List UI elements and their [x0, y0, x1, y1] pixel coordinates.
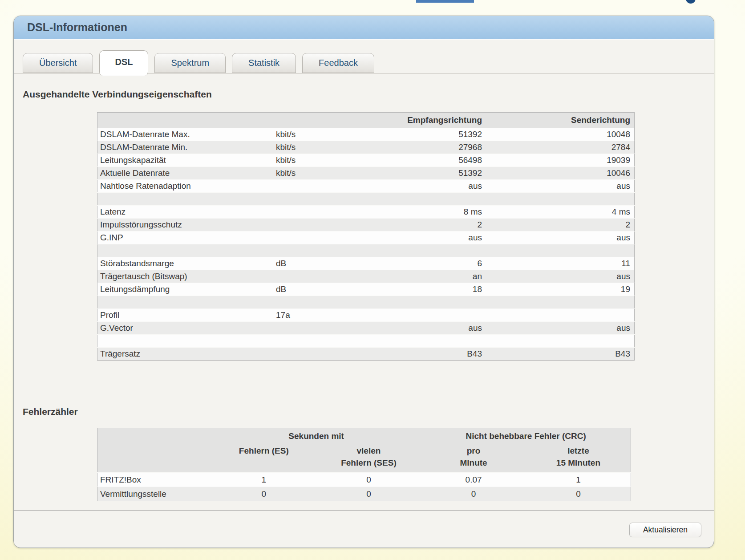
row-tx-value: 10048: [482, 128, 635, 141]
connection-table-header-row: Empfangsrichtung Senderichtung: [97, 113, 635, 128]
tab-uebersicht[interactable]: Übersicht: [23, 53, 93, 73]
row-unit: [276, 322, 356, 335]
connection-row: Aktuelle Datenratekbit/s5139210046: [97, 167, 635, 180]
connection-row: Trägertausch (Bitswap)anaus: [97, 270, 635, 283]
row-tx-value: aus: [482, 322, 635, 335]
top-cropped-help-icon[interactable]: [686, 0, 696, 4]
row-tx-value: B43: [482, 348, 635, 361]
tab-feedback[interactable]: Feedback: [302, 53, 374, 73]
row-unit: kbit/s: [276, 128, 356, 141]
row-rx-value: an: [356, 270, 482, 283]
row-unit: [276, 180, 356, 193]
row-tx-value: aus: [482, 180, 635, 193]
row-tx-value: [482, 309, 635, 322]
row-label: Impulsstörungsschutz: [97, 219, 276, 231]
row-label: Aktuelle Datenrate: [97, 167, 276, 180]
tab-statistik[interactable]: Statistik: [232, 53, 296, 73]
row-unit: kbit/s: [276, 167, 356, 180]
connection-row: G.Vectorausaus: [97, 322, 635, 335]
header-empty-unit: [276, 113, 356, 128]
page-background: DSL-Informationen Übersicht DSL Spektrum…: [0, 0, 745, 560]
connection-spacer-row: [97, 335, 635, 348]
connection-row: DSLAM-Datenrate Min.kbit/s279682784: [97, 141, 635, 154]
top-cropped-button[interactable]: [416, 0, 474, 3]
row-tx-value: 19039: [482, 154, 635, 167]
row-rx-value: aus: [356, 231, 482, 244]
row-rx-value: 6: [356, 257, 482, 270]
row-tx-value: aus: [482, 231, 635, 244]
row-label: Latenz: [97, 206, 276, 219]
connection-spacer-row: [97, 193, 635, 206]
error-row-value: 0: [421, 487, 526, 501]
connection-row: Leitungskapazitätkbit/s5649819039: [97, 154, 635, 167]
row-label: G.INP: [97, 231, 276, 244]
row-unit: 17a: [276, 309, 356, 322]
connection-spacer-row: [97, 244, 635, 257]
row-tx-value: 11: [482, 257, 635, 270]
connection-properties-table: Empfangsrichtung Senderichtung DSLAM-Dat…: [97, 112, 635, 361]
row-unit: [276, 296, 356, 309]
row-unit: [276, 231, 356, 244]
row-rx-value: [356, 193, 482, 206]
row-label: Leitungsdämpfung: [97, 283, 276, 296]
connection-row: Latenz8 ms4 ms: [97, 206, 635, 219]
row-rx-value: B43: [356, 348, 482, 361]
row-unit: dB: [276, 283, 356, 296]
row-unit: [276, 193, 356, 206]
error-row-value: 0: [211, 487, 316, 501]
row-rx-value: aus: [356, 180, 482, 193]
row-unit: kbit/s: [276, 141, 356, 154]
error-row-value: 0: [526, 487, 631, 501]
row-label: [97, 193, 276, 206]
group-header-crc: Nicht behebbare Fehler (CRC): [421, 428, 631, 444]
row-tx-value: 2784: [482, 141, 635, 154]
connection-row: DSLAM-Datenrate Max.kbit/s5139210048: [97, 128, 635, 141]
row-label: Leitungskapazität: [97, 154, 276, 167]
row-unit: [276, 206, 356, 219]
row-rx-value: aus: [356, 322, 482, 335]
row-label: [97, 335, 276, 348]
row-label: [97, 296, 276, 309]
row-unit: [276, 335, 356, 348]
error-table-column-header-row: Fehlern (ES)vielen Fehlern (SES)pro Minu…: [97, 444, 631, 473]
error-row-label: Vermittlungsstelle: [97, 487, 212, 501]
tab-spektrum[interactable]: Spektrum: [154, 53, 226, 73]
row-tx-value: 2: [482, 219, 635, 231]
row-rx-value: [356, 296, 482, 309]
row-label: Nahtlose Ratenadaption: [97, 180, 276, 193]
tab-dsl[interactable]: DSL: [99, 50, 148, 76]
error-column-header: pro Minute: [421, 444, 526, 473]
row-unit: dB: [276, 257, 356, 270]
row-unit: [276, 219, 356, 231]
error-row-value: 1: [526, 473, 631, 487]
row-tx-value: [482, 296, 635, 309]
row-unit: [276, 348, 356, 361]
error-column-header: vielen Fehlern (SES): [316, 444, 421, 473]
connection-row: TrägersatzB43B43: [97, 348, 635, 361]
row-rx-value: [356, 309, 482, 322]
connection-row: LeitungsdämpfungdB1819: [97, 283, 635, 296]
header-senderichtung: Senderichtung: [482, 113, 635, 128]
footer-divider: [14, 510, 714, 511]
connection-row: Impulsstörungsschutz22: [97, 219, 635, 231]
error-row-label: FRITZ!Box: [97, 473, 212, 487]
error-column-header: letzte 15 Minuten: [526, 444, 631, 473]
error-row-value: 0.07: [421, 473, 526, 487]
row-label: Trägertausch (Bitswap): [97, 270, 276, 283]
connection-row: Profil17a: [97, 309, 635, 322]
tab-bar: Übersicht DSL Spektrum Statistik Feedbac…: [23, 50, 381, 76]
row-unit: kbit/s: [276, 154, 356, 167]
error-column-header: Fehlern (ES): [211, 444, 316, 473]
page-title: DSL-Informationen: [27, 21, 127, 34]
header-empfangsrichtung: Empfangsrichtung: [356, 113, 482, 128]
row-rx-value: [356, 244, 482, 257]
dsl-informationen-panel: DSL-Informationen Übersicht DSL Spektrum…: [13, 16, 714, 548]
row-tx-value: 4 ms: [482, 206, 635, 219]
section-heading-connection: Ausgehandelte Verbindungseigenschaften: [23, 89, 212, 100]
refresh-button[interactable]: Aktualisieren: [629, 523, 701, 537]
group-header-empty: [97, 428, 212, 444]
row-label: G.Vector: [97, 322, 276, 335]
connection-row: StörabstandsmargedB611: [97, 257, 635, 270]
row-rx-value: 18: [356, 283, 482, 296]
row-rx-value: 51392: [356, 128, 482, 141]
